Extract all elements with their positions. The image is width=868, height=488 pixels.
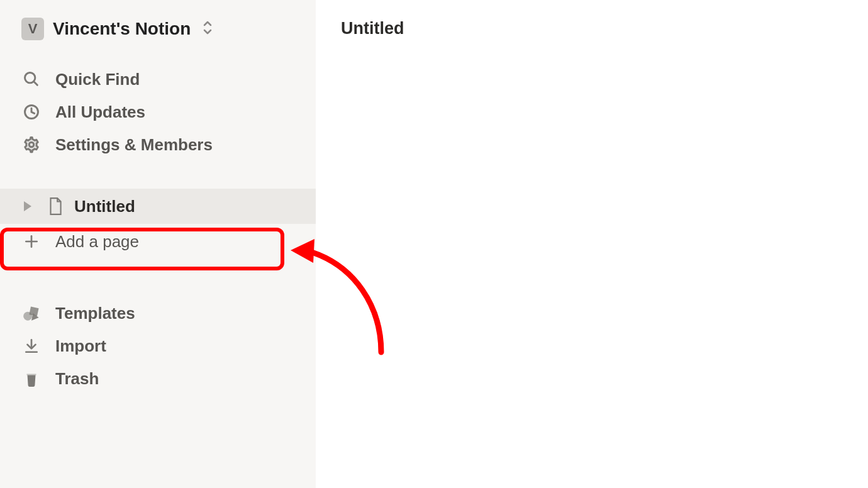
settings-members-label: Settings & Members xyxy=(55,135,213,155)
main-content: Untitled Untitled Press Enter to continu… xyxy=(316,0,868,488)
trash-icon xyxy=(21,369,42,389)
clock-icon xyxy=(21,102,42,122)
add-page-label: Add a page xyxy=(55,232,139,252)
sidebar-page-untitled[interactable]: Untitled xyxy=(0,189,316,224)
chevron-sort-icon xyxy=(202,21,213,37)
disclosure-triangle-icon[interactable] xyxy=(24,201,31,211)
workspace-name: Vincent's Notion xyxy=(53,19,191,39)
download-icon xyxy=(21,336,42,356)
all-updates-label: All Updates xyxy=(55,103,145,122)
quick-find[interactable]: Quick Find xyxy=(0,63,316,96)
plus-icon xyxy=(21,231,42,252)
templates-nav-label: Templates xyxy=(55,304,135,323)
import-nav[interactable]: Import xyxy=(0,330,316,362)
quick-find-label: Quick Find xyxy=(55,70,140,89)
trash-nav-label: Trash xyxy=(55,369,99,389)
sidebar-page-label: Untitled xyxy=(74,197,135,216)
sidebar: V Vincent's Notion Quick Find All Update… xyxy=(0,0,316,488)
page-icon xyxy=(45,196,65,216)
trash-nav[interactable]: Trash xyxy=(0,362,316,395)
workspace-switcher[interactable]: V Vincent's Notion xyxy=(0,0,316,52)
search-icon xyxy=(21,69,42,89)
add-page[interactable]: Add a page xyxy=(0,224,316,259)
templates-nav[interactable]: Templates xyxy=(0,297,316,330)
settings-members[interactable]: Settings & Members xyxy=(0,128,316,161)
gear-icon xyxy=(21,135,42,155)
import-nav-label: Import xyxy=(55,336,106,356)
templates-icon xyxy=(21,303,42,323)
svg-line-1 xyxy=(34,82,38,86)
workspace-badge: V xyxy=(21,18,44,40)
breadcrumb[interactable]: Untitled xyxy=(316,0,868,38)
all-updates[interactable]: All Updates xyxy=(0,96,316,128)
